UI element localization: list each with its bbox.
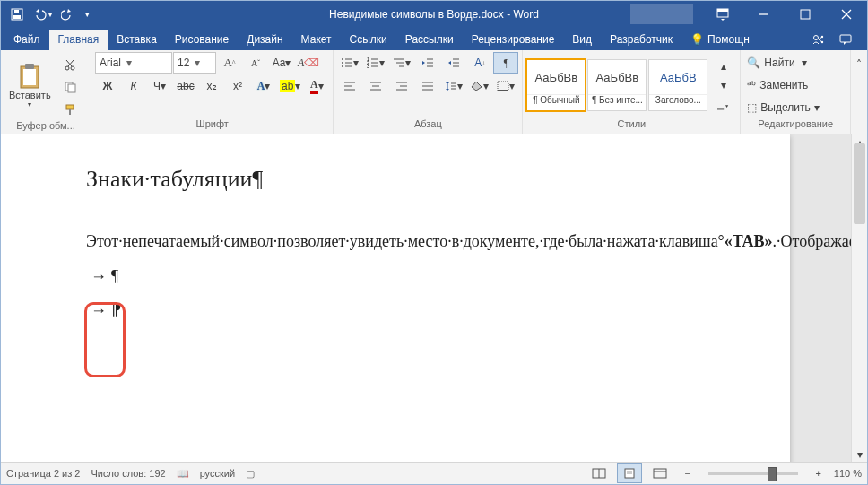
tab-developer[interactable]: Разработчик <box>601 30 681 50</box>
qat-customize-button[interactable]: ▾ <box>82 4 92 25</box>
italic-button[interactable]: К <box>121 75 146 97</box>
text-effects-button[interactable]: A▾ <box>251 75 276 97</box>
replace-button[interactable]: ᵃᵇЗаменить <box>744 74 827 96</box>
align-center-button[interactable] <box>363 75 388 97</box>
share-button[interactable] <box>808 29 829 50</box>
style-normal[interactable]: АаБбВв¶ Обычный <box>526 59 586 111</box>
collapse-ribbon-button[interactable]: ˄ <box>846 54 868 75</box>
page[interactable]: Знаки·табуляции¶ Этот·непечатаемый·симво… <box>1 134 790 462</box>
copy-button[interactable] <box>57 76 82 98</box>
lightbulb-icon: 💡 <box>690 33 704 46</box>
zoom-out-button[interactable]: − <box>678 463 698 484</box>
scroll-thumb[interactable] <box>854 143 865 224</box>
show-marks-button[interactable]: ¶ <box>493 52 518 74</box>
zoom-level[interactable]: 110 % <box>834 468 862 479</box>
tab-layout[interactable]: Макет <box>292 30 341 50</box>
tell-me[interactable]: 💡Помощн <box>681 30 759 50</box>
sort-button[interactable]: A↓ <box>467 52 492 74</box>
highlight-button[interactable]: ab▾ <box>277 75 303 97</box>
tab-home[interactable]: Главная <box>49 30 108 50</box>
numbering-button[interactable]: 123▾ <box>363 52 388 74</box>
status-bar: Страница 2 из 2 Число слов: 192 📖 русски… <box>1 462 867 484</box>
group-editing: 🔍Найти ▾ ᵃᵇЗаменить ⬚Выделить▾ Редактиро… <box>741 50 851 134</box>
tab-insert[interactable]: Вставка <box>108 30 166 50</box>
status-page[interactable]: Страница 2 из 2 <box>6 468 80 479</box>
underline-button[interactable]: Ч▾ <box>147 75 172 97</box>
multilevel-button[interactable]: ▾ <box>389 52 414 74</box>
doc-paragraph[interactable]: Этот·непечатаемый·символ·позволяет·увиде… <box>86 209 736 253</box>
doc-tab-line-1[interactable]: →¶ <box>86 265 736 287</box>
tab-design[interactable]: Дизайн <box>238 30 291 50</box>
font-size-combo[interactable]: 12▾ <box>173 52 216 74</box>
styles-more[interactable]: ⎯▾ <box>711 95 736 113</box>
tab-mailings[interactable]: Рассылки <box>396 30 463 50</box>
clear-format-button[interactable]: A⌫ <box>295 52 322 74</box>
find-button[interactable]: 🔍Найти ▾ <box>744 52 827 74</box>
save-button[interactable] <box>6 4 28 25</box>
status-language[interactable]: русский <box>200 468 235 479</box>
bullets-button[interactable]: ▾ <box>337 52 362 74</box>
align-left-button[interactable] <box>337 75 362 97</box>
scroll-down-button[interactable]: ▾ <box>852 446 867 462</box>
svg-rect-25 <box>69 109 71 115</box>
svg-point-19 <box>71 66 74 70</box>
redo-button[interactable] <box>56 4 78 25</box>
line-spacing-button[interactable]: ▾ <box>441 75 466 97</box>
web-layout-button[interactable] <box>647 463 673 483</box>
borders-button[interactable]: ▾ <box>493 75 518 97</box>
decrease-indent-button[interactable] <box>415 52 440 74</box>
zoom-in-button[interactable]: + <box>809 463 829 484</box>
change-case-button[interactable]: Aa▾ <box>269 52 294 74</box>
svg-rect-6 <box>801 10 810 19</box>
font-color-button[interactable]: A▾ <box>304 75 329 97</box>
macro-icon[interactable]: ▢ <box>246 468 255 480</box>
tab-file[interactable]: Файл <box>4 30 49 50</box>
tab-draw[interactable]: Рисование <box>166 30 238 50</box>
svg-rect-4 <box>717 9 728 12</box>
zoom-slider[interactable] <box>708 472 798 475</box>
svg-rect-1 <box>13 15 21 19</box>
superscript-button[interactable]: x² <box>225 75 250 97</box>
strike-button[interactable]: abc <box>173 75 198 97</box>
document-area: Знаки·табуляции¶ Этот·непечатаемый·симво… <box>1 134 867 462</box>
style-heading1[interactable]: АаБбВЗаголово... <box>648 59 707 111</box>
print-layout-button[interactable] <box>617 463 642 483</box>
subscript-button[interactable]: x₂ <box>199 75 224 97</box>
zoom-thumb[interactable] <box>768 467 777 481</box>
status-wordcount[interactable]: Число слов: 192 <box>91 468 165 479</box>
group-label: Шрифт <box>95 118 329 134</box>
grow-font-button[interactable]: A^ <box>217 52 242 74</box>
align-right-button[interactable] <box>389 75 414 97</box>
shrink-font-button[interactable]: Aˇ <box>243 52 268 74</box>
styles-scroll-down[interactable]: ▾ <box>711 76 736 94</box>
read-mode-button[interactable] <box>586 463 612 483</box>
undo-button[interactable]: ▾ <box>31 4 53 25</box>
svg-point-18 <box>65 66 69 70</box>
increase-indent-button[interactable] <box>441 52 466 74</box>
paste-button[interactable]: Вставить▾ <box>4 52 56 118</box>
maximize-button[interactable] <box>785 1 826 28</box>
comments-button[interactable] <box>835 29 856 50</box>
font-name-combo[interactable]: Arial▾ <box>95 52 172 74</box>
ribbon: Вставить▾ Буфер обм... Arial▾ 12▾ A^ Aˇ … <box>1 50 867 134</box>
shading-button[interactable]: ▾ <box>467 75 492 97</box>
doc-heading[interactable]: Знаки·табуляции¶ <box>86 166 736 193</box>
minimize-button[interactable] <box>743 1 785 28</box>
tab-review[interactable]: Рецензирование <box>463 30 564 50</box>
style-no-spacing[interactable]: АаБбВв¶ Без инте... <box>587 59 647 111</box>
tab-references[interactable]: Ссылки <box>341 30 396 50</box>
bold-button[interactable]: Ж <box>95 75 120 97</box>
doc-tab-line-2[interactable]: →⁋ <box>86 299 736 321</box>
group-styles: АаБбВв¶ Обычный АаБбВв¶ Без инте... АаБб… <box>523 50 741 134</box>
styles-scroll-up[interactable]: ▴ <box>711 57 736 75</box>
vertical-scrollbar[interactable]: ▴ ▾ <box>851 134 867 462</box>
select-button[interactable]: ⬚Выделить▾ <box>744 97 827 118</box>
justify-button[interactable] <box>415 75 440 97</box>
format-painter-button[interactable] <box>57 99 82 120</box>
close-button[interactable] <box>826 1 867 28</box>
cut-button[interactable] <box>57 54 82 75</box>
spellcheck-icon[interactable]: 📖 <box>177 468 189 480</box>
tab-view[interactable]: Вид <box>563 30 601 50</box>
user-account[interactable] <box>630 4 693 24</box>
ribbon-options-button[interactable] <box>702 1 743 28</box>
